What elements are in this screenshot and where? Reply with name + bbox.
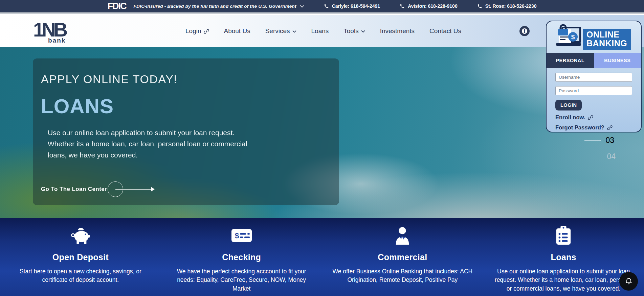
phone-carlyle-label: Carlyle: 618-594-2491	[332, 3, 380, 9]
online-banking-title-line1: ONLINE	[586, 30, 627, 39]
feature-description: Start here to open a new checking, savin…	[9, 267, 152, 285]
nav-item-about-us-label: About Us	[224, 27, 250, 35]
user-tie-icon	[332, 226, 474, 245]
phone-strose[interactable]: St. Rose: 618-526-2230	[477, 3, 537, 9]
fdic-topbar: FDIC FDIC-Insured - Backed by the full f…	[0, 0, 644, 14]
bank-homepage: FDIC FDIC-Insured - Backed by the full f…	[0, 0, 644, 296]
feature-description: We offer Business Online Banking that in…	[332, 267, 474, 285]
fdic-disclosure[interactable]: FDIC-Insured - Backed by the full faith …	[134, 4, 304, 9]
loan-center-label: Go To The Loan Center	[41, 186, 107, 193]
piggy-bank-icon	[9, 226, 152, 245]
login-button[interactable]: LOGIN	[555, 100, 582, 110]
nav-item-login-label: Login	[185, 27, 201, 35]
fdic-disclosure-text: FDIC-Insured - Backed by the full faith …	[134, 4, 296, 9]
carousel-current-number: 03	[605, 136, 614, 145]
tab-business[interactable]: BUSINESS	[594, 53, 641, 68]
chevron-down-icon	[361, 30, 365, 33]
facebook-button[interactable]: f	[519, 26, 530, 36]
phone-icon	[324, 4, 329, 9]
nav-item-services[interactable]: Services	[265, 27, 296, 35]
carousel-next-number: 04	[607, 152, 616, 161]
nav-item-investments-label: Investments	[380, 27, 415, 35]
online-banking-form: LOGIN Enroll now. Forgot Password?	[547, 68, 641, 131]
enroll-label: Enroll now.	[555, 114, 585, 121]
chevron-down-icon	[300, 5, 304, 8]
username-input[interactable]	[555, 73, 632, 82]
carousel-active-line	[584, 140, 601, 141]
nav-item-loans[interactable]: Loans	[311, 27, 329, 35]
nav-item-services-label: Services	[265, 27, 290, 35]
feature-title: Commercial	[332, 252, 474, 262]
hero-title: LOANS	[41, 95, 339, 118]
carousel-indicator-current[interactable]: 03	[584, 136, 614, 145]
enroll-link[interactable]: Enroll now.	[555, 114, 632, 121]
feature-title: Checking	[171, 252, 313, 262]
hero-overlay-card: APPLY ONLINE TODAY! LOANS Use our online…	[33, 58, 339, 205]
phone-aviston-label: Aviston: 618-228-9100	[408, 3, 458, 9]
feature-open-deposit[interactable]: Open Deposit Start here to open a new ch…	[0, 226, 161, 296]
clipboard-list-icon	[492, 226, 635, 245]
phone-strose-label: St. Rose: 618-526-2230	[485, 3, 537, 9]
bank-logo-sub: bank	[48, 37, 66, 44]
online-banking-widget: $ ONLINE BANKING PERSONAL BUSINESS LOGIN…	[546, 21, 642, 132]
forgot-password-link[interactable]: Forgot Password?	[555, 124, 632, 131]
nav-item-investments[interactable]: Investments	[380, 27, 415, 35]
feature-description: Use our online loan application to submi…	[492, 267, 635, 293]
nav-item-login[interactable]: Login	[185, 27, 209, 35]
money-check-icon: $	[171, 226, 313, 245]
online-banking-title: ONLINE BANKING	[583, 29, 631, 50]
fdic-logo: FDIC	[108, 1, 126, 12]
phone-carlyle[interactable]: Carlyle: 618-594-2491	[324, 3, 380, 9]
feature-checking[interactable]: $ Checking We have the perfect checking …	[161, 226, 322, 296]
phone-icon	[477, 4, 482, 9]
link-icon	[588, 115, 593, 120]
password-input[interactable]	[555, 86, 632, 95]
feature-commercial[interactable]: Commercial We offer Business Online Bank…	[322, 226, 483, 296]
link-icon	[607, 125, 613, 130]
arrow-right-icon	[97, 181, 148, 197]
online-banking-title-line2: BANKING	[586, 39, 627, 48]
feature-description: We have the perfect checking acccount to…	[171, 267, 313, 293]
phone-aviston[interactable]: Aviston: 618-228-9100	[400, 3, 458, 9]
svg-text:$: $	[235, 231, 239, 240]
chat-button[interactable]	[619, 272, 638, 291]
nav-item-loans-label: Loans	[311, 27, 329, 35]
nav-item-tools[interactable]: Tools	[343, 27, 365, 35]
nav-item-about-us[interactable]: About Us	[224, 27, 250, 35]
feature-loans[interactable]: Loans Use our online loan application to…	[483, 226, 644, 296]
chevron-down-icon	[292, 30, 296, 33]
bank-logo[interactable]: 1NB bank	[33, 18, 70, 44]
online-banking-laptop-lock-icon: $	[551, 24, 584, 51]
svg-text:$: $	[571, 33, 575, 41]
bell-icon	[624, 277, 633, 286]
feature-title: Loans	[492, 252, 635, 262]
carousel-indicator-next[interactable]: 04	[607, 152, 616, 161]
online-banking-header: $ ONLINE BANKING	[547, 21, 641, 53]
loan-center-button[interactable]: Go To The Loan Center	[41, 181, 339, 197]
tab-personal[interactable]: PERSONAL	[547, 53, 594, 68]
nav-item-tools-label: Tools	[343, 27, 358, 35]
forgot-password-label: Forgot Password?	[555, 124, 604, 131]
nav-item-contact-us-label: Contact Us	[429, 27, 461, 35]
facebook-icon: f	[522, 28, 527, 34]
nav-menu: Login About Us Services Loans Tools Inve…	[185, 27, 461, 35]
phone-icon	[400, 4, 405, 9]
link-icon	[204, 29, 209, 34]
online-banking-tabs: PERSONAL BUSINESS	[547, 53, 641, 68]
nav-item-contact-us[interactable]: Contact Us	[429, 27, 461, 35]
feature-title: Open Deposit	[9, 252, 152, 262]
hero-kicker: APPLY ONLINE TODAY!	[41, 73, 339, 86]
hero-description: Use our online loan application to submi…	[48, 127, 247, 161]
features-section: Open Deposit Start here to open a new ch…	[0, 218, 644, 296]
